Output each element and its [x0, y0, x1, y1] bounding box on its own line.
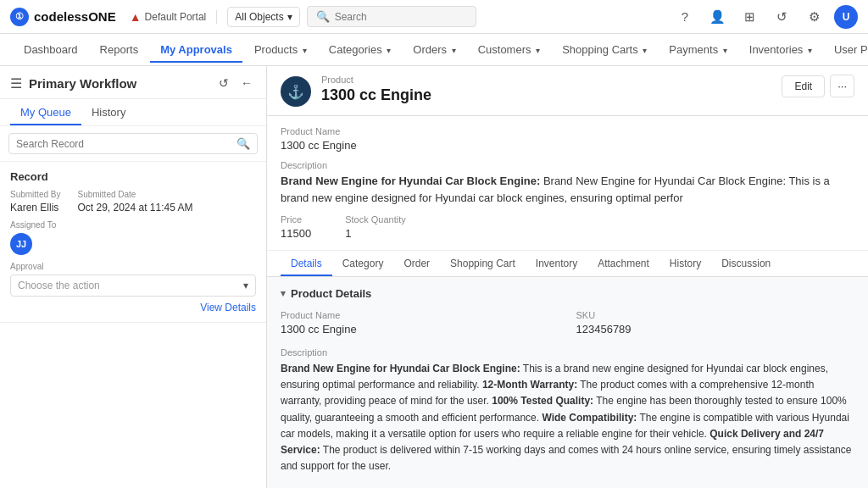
detail-description-label: Description — [281, 347, 854, 358]
portal-icon: ▲ — [130, 10, 142, 24]
chevron-down-icon: ▾ — [287, 11, 292, 23]
record-meta: Submitted By Karen Ellis Submitted Date … — [10, 190, 256, 214]
nav-inventories[interactable]: Inventories ▾ — [739, 36, 822, 63]
avatar[interactable]: U — [834, 5, 858, 29]
edit-button[interactable]: Edit — [782, 75, 825, 97]
nav-dashboard[interactable]: Dashboard — [14, 36, 88, 63]
price-value: 11500 — [281, 227, 311, 240]
header-actions: Edit ··· — [782, 75, 854, 97]
avatar-assigned: JJ — [10, 233, 32, 255]
settings-icon[interactable]: ⚙ — [802, 5, 826, 29]
nav-customers[interactable]: Customers ▾ — [468, 36, 550, 63]
back-button[interactable]: ← — [237, 75, 256, 92]
chevron-orders-icon: ▾ — [452, 46, 456, 55]
product-details-section-header[interactable]: ▾ Product Details — [281, 287, 854, 300]
apps-icon[interactable]: ⊞ — [737, 5, 761, 29]
brand-name: codelessONE — [34, 9, 116, 24]
nav-my-approvals[interactable]: My Approvals — [150, 36, 242, 63]
stock-quantity-value: 1 — [345, 227, 406, 240]
tab-history[interactable]: History — [81, 99, 136, 125]
product-details-label: Product Details — [291, 287, 371, 300]
left-panel-tabs: My Queue History — [0, 99, 266, 126]
submitted-date-field: Submitted Date Oct 29, 2024 at 11:45 AM — [77, 190, 192, 214]
submitted-by-label: Submitted By — [10, 190, 60, 199]
submitted-by-value: Karen Ellis — [10, 202, 58, 214]
all-objects-label: All Objects — [235, 11, 283, 23]
detail-sku-field: SKU 123456789 — [576, 310, 855, 336]
topbar-actions: ? 👤 ⊞ ↺ ⚙ U — [673, 5, 858, 29]
nav-user-profiles[interactable]: User Profiles ▾ — [824, 36, 868, 63]
nav-products[interactable]: Products ▾ — [244, 36, 317, 63]
more-button[interactable]: ··· — [830, 75, 854, 97]
search-input[interactable] — [335, 11, 453, 23]
chevron-payments-icon: ▾ — [723, 46, 727, 55]
nav-orders[interactable]: Orders ▾ — [403, 36, 465, 63]
product-details-grid: Product Name 1300 cc Engine SKU 12345678… — [281, 310, 854, 336]
choose-action-text: Choose the action — [18, 280, 100, 291]
search-record-input[interactable] — [16, 138, 231, 150]
price-field: Price 11500 — [281, 214, 311, 240]
chevron-dropdown-icon: ▾ — [243, 280, 248, 291]
product-name-label-top: Product Name — [281, 126, 854, 136]
tab-history[interactable]: History — [659, 251, 711, 276]
search-record-icon: 🔍 — [236, 137, 250, 150]
product-title: 1300 cc Engine — [321, 86, 771, 104]
stock-quantity-field: Stock Quantity 1 — [345, 214, 406, 240]
tab-inventory[interactable]: Inventory — [526, 251, 587, 276]
chevron-products-icon: ▾ — [303, 46, 307, 55]
price-stock-row: Price 11500 Stock Quantity 1 — [281, 214, 854, 240]
tab-category[interactable]: Category — [332, 251, 394, 276]
tab-order[interactable]: Order — [393, 251, 440, 276]
help-icon[interactable]: ? — [673, 5, 697, 29]
view-details-link[interactable]: View Details — [10, 302, 256, 313]
topbar: ① codelessONE ▲ Default Portal All Objec… — [0, 0, 868, 34]
search-inner: 🔍 — [8, 133, 258, 154]
description-preview: Brand New Engine for Hyundai Car Block E… — [281, 173, 854, 206]
approval-section: Approval Choose the action ▾ — [10, 262, 256, 297]
detail-product-name-value: 1300 cc Engine — [281, 323, 559, 336]
nav-shopping-carts[interactable]: Shopping Carts ▾ — [552, 36, 657, 63]
left-panel-title: Primary Workflow — [29, 76, 209, 91]
tab-discussion[interactable]: Discussion — [711, 251, 781, 276]
assigned-to-label: Assigned To — [10, 220, 256, 230]
tab-attachment[interactable]: Attachment — [587, 251, 659, 276]
nav-categories[interactable]: Categories ▾ — [319, 36, 401, 63]
detail-description-value: Brand New Engine for Hyundai Car Block E… — [281, 361, 854, 474]
left-panel-search: 🔍 — [0, 126, 266, 162]
tab-details[interactable]: Details — [281, 251, 332, 276]
approval-dropdown[interactable]: Choose the action ▾ — [10, 274, 256, 297]
chevron-product-details-icon: ▾ — [281, 288, 286, 299]
detail-sku-label: SKU — [576, 310, 855, 320]
search-bar[interactable]: 🔍 — [307, 6, 476, 27]
right-panel-title-area: Product 1300 cc Engine — [321, 75, 771, 104]
portal-label: Default Portal — [145, 11, 207, 23]
logo-icon: ① — [10, 8, 29, 26]
product-info: Product Name 1300 cc Engine Description … — [267, 116, 868, 251]
detail-tabs: Details Category Order Shopping Cart Inv… — [267, 251, 868, 277]
stock-quantity-label: Stock Quantity — [345, 214, 406, 225]
product-subtitle: Product — [321, 75, 771, 85]
refresh-button[interactable]: ↺ — [215, 75, 232, 92]
list-icon: ☰ — [10, 75, 22, 92]
price-label: Price — [281, 214, 311, 225]
navbar: Dashboard Reports My Approvals Products … — [0, 34, 868, 66]
right-panel-header: ⚓ Product 1300 cc Engine Edit ··· — [267, 66, 868, 116]
submitted-date-label: Submitted Date — [77, 190, 192, 199]
chevron-inventories-icon: ▾ — [808, 46, 812, 55]
nav-payments[interactable]: Payments ▾ — [659, 36, 737, 63]
submitted-date-value: Oct 29, 2024 at 11:45 AM — [77, 202, 192, 214]
history-icon[interactable]: ↺ — [770, 5, 793, 29]
nav-reports[interactable]: Reports — [90, 36, 149, 63]
chevron-shopping-carts-icon: ▾ — [643, 46, 647, 55]
record-card: Record Submitted By Karen Ellis Submitte… — [0, 162, 266, 323]
description-label-top: Description — [281, 160, 854, 170]
right-panel: ⚓ Product 1300 cc Engine Edit ··· Produc… — [267, 66, 868, 488]
contacts-icon[interactable]: 👤 — [705, 5, 729, 29]
detail-product-name-field: Product Name 1300 cc Engine — [281, 310, 559, 336]
all-objects-dropdown[interactable]: All Objects ▾ — [227, 7, 299, 27]
tab-my-queue[interactable]: My Queue — [10, 99, 81, 125]
tab-shopping-cart[interactable]: Shopping Cart — [440, 251, 526, 276]
approval-label: Approval — [10, 262, 256, 271]
search-icon: 🔍 — [316, 10, 330, 23]
portal-selector[interactable]: ▲ Default Portal — [130, 10, 218, 24]
